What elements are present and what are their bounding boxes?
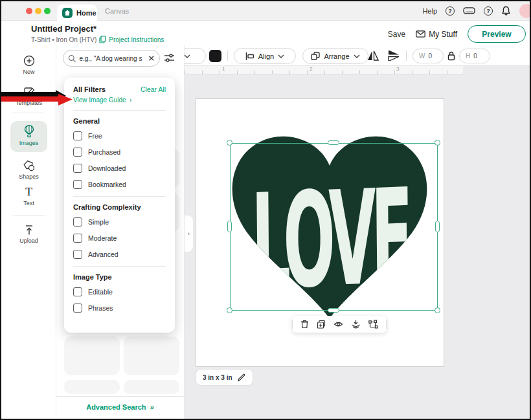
transform-nodes-icon[interactable] bbox=[368, 320, 378, 329]
search-input[interactable] bbox=[79, 55, 145, 62]
skeleton-card bbox=[124, 380, 179, 394]
selection-handle-middle-left[interactable] bbox=[227, 221, 232, 232]
hide-eye-icon[interactable] bbox=[333, 320, 343, 328]
width-label: W bbox=[419, 52, 425, 60]
width-value: 0 bbox=[428, 52, 432, 60]
checkbox-phrases[interactable] bbox=[73, 304, 82, 313]
close-traffic-light[interactable] bbox=[26, 8, 32, 14]
my-stuff-button[interactable]: My Stuff bbox=[416, 30, 457, 39]
filter-option-downloaded[interactable]: Downloaded bbox=[73, 164, 166, 173]
selection-handle-top-center[interactable] bbox=[328, 140, 339, 145]
new-plus-icon bbox=[23, 55, 35, 67]
maximize-traffic-light[interactable] bbox=[44, 8, 51, 14]
filter-option-advanced[interactable]: Advanced bbox=[73, 250, 166, 259]
feedback-icon[interactable]: ? bbox=[484, 6, 493, 16]
filter-option-moderate[interactable]: Moderate bbox=[73, 234, 166, 243]
checkbox-purchased[interactable] bbox=[73, 148, 82, 157]
sidebar-item-shapes[interactable]: Shapes bbox=[1, 159, 56, 180]
annotation-arrow bbox=[1, 89, 78, 107]
horizontal-ruler: 1 2 3 bbox=[185, 66, 463, 74]
filter-option-bookmarked[interactable]: Bookmarked bbox=[73, 180, 166, 189]
selection-quick-actions bbox=[292, 316, 387, 333]
preview-button[interactable]: Preview bbox=[468, 25, 526, 43]
chevron-down-icon bbox=[278, 54, 284, 58]
chevron-down-icon bbox=[354, 54, 360, 58]
selection-handle-top-left[interactable] bbox=[227, 140, 232, 146]
selection-handle-bottom-right[interactable] bbox=[435, 307, 440, 313]
filter-option-editable[interactable]: Editable bbox=[73, 287, 166, 296]
notifications-bell-icon[interactable] bbox=[501, 6, 511, 16]
clear-search-icon[interactable] bbox=[148, 55, 155, 61]
edit-pencil-icon[interactable] bbox=[237, 373, 246, 382]
duplicate-icon[interactable] bbox=[317, 320, 326, 329]
filter-option-phrases[interactable]: Phrases bbox=[73, 304, 166, 313]
filter-section-complexity: Crafting Complexity bbox=[73, 203, 166, 211]
help-label[interactable]: Help bbox=[422, 7, 437, 15]
clear-all-link[interactable]: Clear All bbox=[141, 85, 166, 93]
sidebar-item-text[interactable]: T Text bbox=[1, 186, 56, 206]
tab-canvas[interactable]: Canvas bbox=[105, 7, 129, 15]
sidebar-item-upload[interactable]: Upload bbox=[1, 224, 56, 244]
delete-icon[interactable] bbox=[300, 320, 309, 329]
align-left-icon bbox=[245, 52, 254, 60]
checkbox-moderate[interactable] bbox=[73, 234, 82, 243]
sidebar-item-new[interactable]: New bbox=[1, 54, 56, 75]
lock-aspect-icon[interactable] bbox=[447, 51, 455, 61]
height-input[interactable]: H 0 bbox=[459, 49, 490, 63]
tab-home[interactable]: Home bbox=[57, 5, 97, 21]
canvas-area[interactable]: Align Arrange bbox=[185, 45, 530, 419]
filters-sliders-icon[interactable] bbox=[164, 53, 175, 63]
checkbox-downloaded[interactable] bbox=[73, 164, 82, 173]
project-instructions-link[interactable]: Project Instructions bbox=[109, 36, 164, 43]
machine-icon[interactable] bbox=[463, 7, 475, 15]
divider bbox=[292, 320, 293, 329]
my-stuff-label: My Stuff bbox=[429, 30, 457, 39]
window-titlebar: Home Canvas Help ? ? bbox=[1, 1, 530, 21]
selection-handle-bottom-center[interactable] bbox=[328, 308, 339, 313]
upload-icon bbox=[23, 225, 35, 236]
advanced-search-link[interactable]: Advanced Search » bbox=[56, 403, 184, 411]
balloon-images-icon bbox=[24, 125, 34, 138]
help-icon[interactable]: ? bbox=[446, 6, 455, 16]
filter-option-free[interactable]: Free bbox=[73, 131, 166, 140]
skeleton-card bbox=[124, 337, 179, 375]
checkbox-editable[interactable] bbox=[73, 287, 82, 296]
instructions-doc-icon bbox=[99, 36, 106, 43]
width-input[interactable]: W 0 bbox=[412, 49, 444, 63]
checkbox-bookmarked[interactable] bbox=[73, 180, 82, 189]
selection-handle-bottom-left[interactable] bbox=[227, 307, 232, 313]
filter-section-general: General bbox=[73, 117, 166, 125]
minimize-traffic-light[interactable] bbox=[35, 8, 41, 14]
height-value: 0 bbox=[473, 52, 477, 60]
flip-horizontal-icon[interactable] bbox=[367, 50, 379, 61]
selection-handle-middle-right[interactable] bbox=[435, 221, 440, 232]
divider bbox=[13, 215, 45, 216]
filter-option-simple[interactable]: Simple bbox=[73, 217, 166, 227]
save-button[interactable]: Save bbox=[388, 30, 405, 39]
canvas-size-badge[interactable]: 3 in x 3 in bbox=[196, 369, 253, 386]
checkbox-simple[interactable] bbox=[73, 217, 82, 227]
arrange-dropdown[interactable]: Arrange bbox=[302, 48, 368, 64]
image-search-box[interactable] bbox=[63, 50, 160, 67]
chevron-left-icon: ‹ bbox=[188, 230, 190, 237]
skeleton-card bbox=[64, 337, 120, 375]
collapse-panel-tab[interactable]: ‹ bbox=[185, 215, 194, 252]
arrange-layers-icon bbox=[311, 52, 320, 60]
sidebar-item-images[interactable]: Images bbox=[1, 125, 56, 146]
divider bbox=[73, 266, 166, 267]
envelope-icon bbox=[416, 30, 425, 38]
checkbox-free[interactable] bbox=[73, 131, 82, 140]
filter-option-purchased[interactable]: Purchased bbox=[73, 148, 166, 157]
user-avatar[interactable] bbox=[519, 4, 531, 18]
selection-handle-top-right[interactable] bbox=[435, 140, 440, 146]
view-image-guide-link[interactable]: View Image Guide › bbox=[73, 96, 166, 104]
color-swatch[interactable] bbox=[209, 50, 221, 62]
text-tool-icon: T bbox=[25, 186, 32, 198]
flatten-icon[interactable] bbox=[351, 320, 361, 329]
flip-vertical-icon[interactable] bbox=[388, 50, 400, 61]
checkbox-advanced[interactable] bbox=[73, 250, 82, 259]
divider bbox=[73, 110, 166, 111]
align-dropdown[interactable]: Align bbox=[234, 48, 296, 64]
filters-title: All Filters bbox=[73, 85, 106, 93]
selection-bounding-box[interactable] bbox=[230, 143, 438, 311]
